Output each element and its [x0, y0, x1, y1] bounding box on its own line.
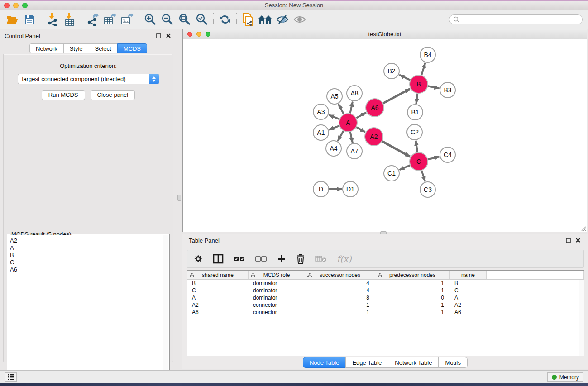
result-list-scrollbar[interactable]	[163, 235, 168, 384]
open-file-icon[interactable]	[4, 12, 21, 27]
zoom-window-button[interactable]	[22, 3, 28, 8]
result-item-a6[interactable]: A6	[9, 266, 162, 273]
cell-successor-nodes[interactable]: 1	[305, 301, 375, 309]
zoom-fit-icon[interactable]	[176, 12, 193, 27]
close-table-panel-icon[interactable]	[574, 237, 582, 244]
criterion-dropdown[interactable]: largest connected component (directed)	[18, 74, 159, 84]
network-minimize-button[interactable]	[196, 32, 201, 37]
result-item-b[interactable]: B	[9, 252, 162, 259]
memory-button[interactable]: Memory	[547, 372, 583, 382]
export-network-icon[interactable]	[84, 12, 101, 27]
column-header-shared-name[interactable]: shared name	[187, 271, 249, 280]
table-tab-network-table[interactable]: Network Table	[388, 357, 439, 368]
table-tab-node-table[interactable]: Node Table	[303, 357, 346, 368]
cell-predecessor-nodes[interactable]: 1	[375, 301, 450, 309]
edge-A-A6[interactable]	[356, 113, 366, 118]
import-network-icon[interactable]	[44, 12, 61, 27]
tab-style[interactable]: Style	[63, 43, 89, 53]
result-item-a2[interactable]: A2	[9, 237, 162, 244]
edge-C-C2[interactable]	[416, 141, 418, 152]
cell-successor-nodes[interactable]: 1	[305, 309, 375, 316]
edge-A6-B[interactable]	[383, 89, 410, 103]
tab-mcds[interactable]: MCDS	[117, 43, 147, 53]
cell-successor-nodes[interactable]: 4	[305, 287, 375, 294]
edge-C-C4[interactable]	[428, 157, 439, 159]
table-scrollbar[interactable]	[579, 280, 584, 356]
edge-B-B3[interactable]	[428, 86, 440, 88]
close-window-button[interactable]	[4, 3, 10, 8]
cell-predecessor-nodes[interactable]: 1	[375, 280, 450, 287]
edge-A-A7[interactable]	[350, 132, 353, 143]
search-input[interactable]	[459, 16, 578, 23]
cell-shared-name[interactable]: A	[187, 294, 249, 301]
deselect-all-columns-icon[interactable]	[255, 253, 267, 265]
save-session-icon[interactable]	[21, 12, 38, 27]
edge-A-A4[interactable]	[338, 131, 343, 141]
minimize-window-button[interactable]	[13, 3, 19, 8]
column-header-predecessor-nodes[interactable]: predecessor nodes	[375, 271, 450, 280]
cell-name[interactable]: A2	[450, 301, 487, 309]
cell-shared-name[interactable]: A2	[187, 301, 249, 309]
search-field[interactable]	[449, 14, 583, 24]
edge-A-A8[interactable]	[350, 102, 353, 114]
column-header-MCDS-role[interactable]: MCDS role	[249, 271, 305, 280]
tab-select[interactable]: Select	[89, 43, 118, 53]
table-tab-motifs[interactable]: Motifs	[438, 357, 468, 368]
cell-MCDS-role[interactable]: dominator	[249, 280, 305, 287]
cell-MCDS-role[interactable]: connector	[249, 301, 305, 309]
edge-B-B2[interactable]	[399, 75, 410, 80]
network-canvas[interactable]: B4B2BB3A8A5A6A3B1AC2A1A2A4A7C4CC1C3DD1	[183, 39, 587, 232]
cell-MCDS-role[interactable]: dominator	[249, 287, 305, 294]
cell-name[interactable]: C	[450, 287, 487, 294]
resize-grip-icon[interactable]	[580, 225, 586, 231]
tab-network[interactable]: Network	[29, 43, 64, 53]
cell-name[interactable]: A	[450, 294, 487, 301]
result-item-c[interactable]: C	[9, 259, 162, 266]
cell-shared-name[interactable]: C	[187, 287, 249, 294]
cell-name[interactable]: A6	[450, 309, 487, 316]
edge-C-C1[interactable]	[399, 165, 410, 170]
cell-name[interactable]: B	[450, 280, 487, 287]
panel-menu-button[interactable]	[5, 372, 17, 382]
result-item-a[interactable]: A	[9, 244, 162, 252]
edge-B-B4[interactable]	[421, 63, 425, 75]
cell-MCDS-role[interactable]: dominator	[249, 294, 305, 301]
column-header-name[interactable]: name	[450, 271, 487, 280]
zoom-selected-icon[interactable]	[193, 12, 210, 27]
cell-predecessor-nodes[interactable]: 0	[375, 294, 450, 301]
import-table-icon[interactable]	[61, 12, 78, 27]
export-image-icon[interactable]	[119, 12, 136, 27]
split-columns-icon[interactable]	[213, 253, 224, 265]
refresh-view-icon[interactable]	[216, 12, 234, 27]
cell-predecessor-nodes[interactable]: 1	[375, 309, 450, 316]
float-panel-icon[interactable]	[155, 32, 162, 39]
table-settings-gear-icon[interactable]	[193, 253, 203, 265]
run-mcds-button[interactable]: Run MCDS	[42, 90, 85, 100]
vertical-splitter-handle[interactable]	[177, 195, 181, 201]
cell-successor-nodes[interactable]: 4	[305, 280, 375, 287]
network-zoom-button[interactable]	[206, 32, 210, 37]
welcome-screen-icon[interactable]	[257, 12, 274, 27]
edge-A-A5[interactable]	[339, 104, 344, 114]
hide-graphics-details-icon[interactable]	[274, 12, 291, 27]
export-table-icon[interactable]	[101, 12, 119, 27]
cell-predecessor-nodes[interactable]: 1	[375, 287, 450, 294]
zoom-in-icon[interactable]	[142, 12, 159, 27]
select-all-columns-icon[interactable]	[234, 253, 245, 265]
edge-A-A1[interactable]	[329, 126, 339, 129]
cell-MCDS-role[interactable]: connector	[249, 309, 305, 316]
zoom-out-icon[interactable]	[159, 12, 176, 27]
table-tab-edge-table[interactable]: Edge Table	[345, 357, 388, 368]
column-header-successor-nodes[interactable]: successor nodes	[305, 271, 375, 280]
add-column-icon[interactable]	[277, 253, 286, 265]
close-panel-button[interactable]: Close panel	[91, 90, 135, 100]
cell-successor-nodes[interactable]: 8	[305, 294, 375, 301]
edge-A-A3[interactable]	[329, 115, 339, 119]
cell-shared-name[interactable]: B	[187, 280, 249, 287]
edge-A-A2[interactable]	[356, 127, 365, 132]
close-panel-icon[interactable]	[165, 32, 172, 39]
cell-shared-name[interactable]: A6	[187, 309, 249, 316]
delete-columns-trash-icon[interactable]	[296, 253, 305, 265]
edge-C-C3[interactable]	[421, 171, 425, 181]
network-close-button[interactable]	[187, 32, 192, 37]
